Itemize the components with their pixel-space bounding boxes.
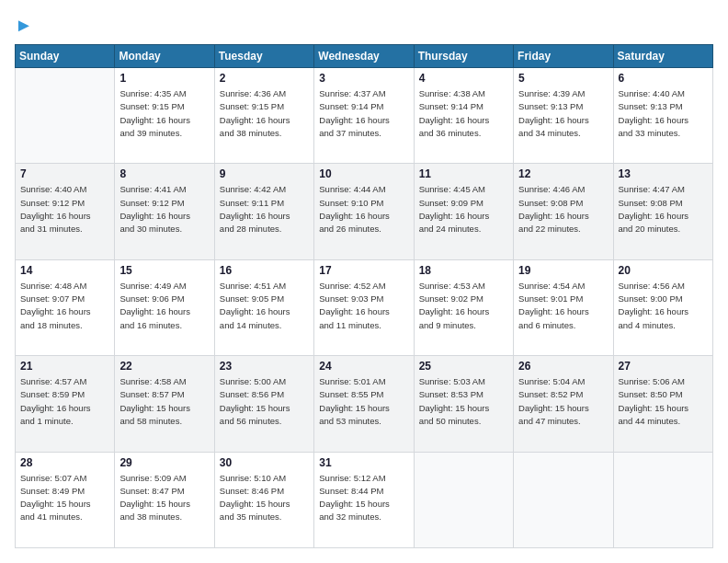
day-number: 1 <box>119 72 209 85</box>
day-info-line: Daylight: 16 hours <box>319 305 408 318</box>
day-info-line: and 30 minutes. <box>119 223 209 236</box>
day-info-line: Daylight: 16 hours <box>319 210 408 223</box>
day-info-line: Sunrise: 4:51 AM <box>220 280 309 293</box>
day-info-line: Sunset: 9:14 PM <box>419 100 508 113</box>
calendar-table: SundayMondayTuesdayWednesdayThursdayFrid… <box>15 44 713 548</box>
calendar-cell: 14Sunrise: 4:48 AMSunset: 9:07 PMDayligh… <box>16 259 115 355</box>
day-number: 23 <box>220 360 309 373</box>
calendar-cell: 31Sunrise: 5:12 AMSunset: 8:44 PMDayligh… <box>314 452 414 547</box>
day-info-line: and 6 minutes. <box>518 319 608 332</box>
day-info-line: and 41 minutes. <box>20 511 109 523</box>
day-number: 29 <box>119 456 209 469</box>
weekday-header-sunday: Sunday <box>16 45 115 68</box>
day-number: 16 <box>220 264 309 277</box>
day-info-line: and 9 minutes. <box>419 319 508 332</box>
day-info: Sunrise: 5:06 AMSunset: 8:50 PMDaylight:… <box>619 375 708 428</box>
day-info: Sunrise: 4:54 AMSunset: 9:01 PMDaylight:… <box>518 280 608 332</box>
day-info-line: Sunrise: 5:10 AM <box>220 472 309 485</box>
day-info-line: Daylight: 15 hours <box>20 498 109 511</box>
day-number: 28 <box>20 456 109 469</box>
day-info-line: Sunrise: 5:01 AM <box>319 375 408 388</box>
week-row-2: 7Sunrise: 4:40 AMSunset: 9:12 PMDaylight… <box>16 164 713 259</box>
day-info-line: Daylight: 16 hours <box>119 210 209 223</box>
day-info-line: Daylight: 15 hours <box>220 498 309 511</box>
day-info-line: Sunset: 9:08 PM <box>518 197 608 210</box>
day-info: Sunrise: 5:00 AMSunset: 8:56 PMDaylight:… <box>220 375 309 428</box>
day-info-line: Sunset: 8:50 PM <box>619 388 708 401</box>
weekday-header-row: SundayMondayTuesdayWednesdayThursdayFrid… <box>16 45 713 68</box>
calendar-cell: 20Sunrise: 4:56 AMSunset: 9:00 PMDayligh… <box>613 259 712 355</box>
day-number: 7 <box>20 167 109 180</box>
day-info-line: Daylight: 15 hours <box>619 402 708 415</box>
logo: ► <box>15 15 33 35</box>
day-info: Sunrise: 4:45 AMSunset: 9:09 PMDaylight:… <box>419 183 508 236</box>
week-row-5: 28Sunrise: 5:07 AMSunset: 8:49 PMDayligh… <box>16 452 713 547</box>
day-info-line: and 39 minutes. <box>119 127 209 140</box>
calendar-cell: 9Sunrise: 4:42 AMSunset: 9:11 PMDaylight… <box>214 164 313 259</box>
day-info-line: Sunset: 9:01 PM <box>518 293 608 305</box>
day-info-line: Sunset: 9:11 PM <box>220 197 309 210</box>
calendar-cell: 8Sunrise: 4:41 AMSunset: 9:12 PMDaylight… <box>115 164 214 259</box>
day-info: Sunrise: 4:56 AMSunset: 9:00 PMDaylight:… <box>619 280 708 332</box>
day-info-line: Sunrise: 4:47 AM <box>619 183 708 196</box>
day-info-line: Sunrise: 4:48 AM <box>20 280 109 293</box>
day-info-line: Daylight: 16 hours <box>20 305 109 318</box>
day-info-line: and 18 minutes. <box>20 319 109 332</box>
calendar-cell: 27Sunrise: 5:06 AMSunset: 8:50 PMDayligh… <box>613 356 712 452</box>
day-info-line: Daylight: 16 hours <box>518 210 608 223</box>
day-info: Sunrise: 4:52 AMSunset: 9:03 PMDaylight:… <box>319 280 408 332</box>
day-info: Sunrise: 4:58 AMSunset: 8:57 PMDaylight:… <box>119 375 209 428</box>
day-info-line: Daylight: 16 hours <box>518 114 608 127</box>
day-info-line: Sunset: 9:03 PM <box>319 293 408 305</box>
day-info: Sunrise: 4:44 AMSunset: 9:10 PMDaylight:… <box>319 183 408 236</box>
day-info-line: Sunset: 8:53 PM <box>419 388 508 401</box>
day-info: Sunrise: 4:46 AMSunset: 9:08 PMDaylight:… <box>518 183 608 236</box>
calendar-cell: 28Sunrise: 5:07 AMSunset: 8:49 PMDayligh… <box>16 452 115 547</box>
day-number: 3 <box>319 72 408 85</box>
day-info-line: Daylight: 16 hours <box>518 305 608 318</box>
day-number: 5 <box>518 72 608 85</box>
day-info-line: Sunrise: 4:44 AM <box>319 183 408 196</box>
day-info-line: Sunrise: 5:04 AM <box>518 375 608 388</box>
day-info-line: Sunrise: 5:12 AM <box>319 472 408 485</box>
day-info-line: Daylight: 15 hours <box>518 402 608 415</box>
day-number: 8 <box>119 167 209 180</box>
day-number: 10 <box>319 167 408 180</box>
day-number: 4 <box>419 72 508 85</box>
day-info-line: Daylight: 15 hours <box>119 402 209 415</box>
day-number: 27 <box>619 360 708 373</box>
calendar-cell: 11Sunrise: 4:45 AMSunset: 9:09 PMDayligh… <box>414 164 513 259</box>
calendar-cell: 15Sunrise: 4:49 AMSunset: 9:06 PMDayligh… <box>115 259 214 355</box>
day-info-line: Sunrise: 4:58 AM <box>119 375 209 388</box>
calendar-cell: 29Sunrise: 5:09 AMSunset: 8:47 PMDayligh… <box>115 452 214 547</box>
day-number: 9 <box>220 167 309 180</box>
calendar-cell: 30Sunrise: 5:10 AMSunset: 8:46 PMDayligh… <box>214 452 313 547</box>
day-info: Sunrise: 4:40 AMSunset: 9:12 PMDaylight:… <box>20 183 109 236</box>
day-info: Sunrise: 4:40 AMSunset: 9:13 PMDaylight:… <box>619 87 708 140</box>
day-info-line: Sunrise: 4:57 AM <box>20 375 109 388</box>
day-info-line: and 56 minutes. <box>220 415 309 428</box>
day-info-line: and 33 minutes. <box>619 127 708 140</box>
day-info-line: Sunset: 9:00 PM <box>619 293 708 305</box>
day-info-line: Daylight: 15 hours <box>220 402 309 415</box>
day-number: 21 <box>20 360 109 373</box>
day-info-line: Sunset: 9:07 PM <box>20 293 109 305</box>
page: ► SundayMondayTuesdayWednesdayThursdayFr… <box>0 0 728 563</box>
calendar-cell: 13Sunrise: 4:47 AMSunset: 9:08 PMDayligh… <box>613 164 712 259</box>
day-info: Sunrise: 4:51 AMSunset: 9:05 PMDaylight:… <box>220 280 309 332</box>
day-number: 19 <box>518 264 608 277</box>
day-info-line: Sunset: 9:12 PM <box>119 197 209 210</box>
calendar-cell: 21Sunrise: 4:57 AMSunset: 8:59 PMDayligh… <box>16 356 115 452</box>
weekday-header-wednesday: Wednesday <box>314 45 414 68</box>
day-info-line: and 4 minutes. <box>619 319 708 332</box>
calendar-cell: 3Sunrise: 4:37 AMSunset: 9:14 PMDaylight… <box>314 68 414 164</box>
day-info-line: and 20 minutes. <box>619 223 708 236</box>
day-info-line: and 34 minutes. <box>518 127 608 140</box>
day-info-line: and 11 minutes. <box>319 319 408 332</box>
day-info-line: Sunset: 9:05 PM <box>220 293 309 305</box>
calendar-cell: 18Sunrise: 4:53 AMSunset: 9:02 PMDayligh… <box>414 259 513 355</box>
day-info-line: Sunrise: 4:39 AM <box>518 87 608 100</box>
day-info: Sunrise: 4:38 AMSunset: 9:14 PMDaylight:… <box>419 87 508 140</box>
calendar-cell: 6Sunrise: 4:40 AMSunset: 9:13 PMDaylight… <box>613 68 712 164</box>
day-number: 13 <box>619 167 708 180</box>
